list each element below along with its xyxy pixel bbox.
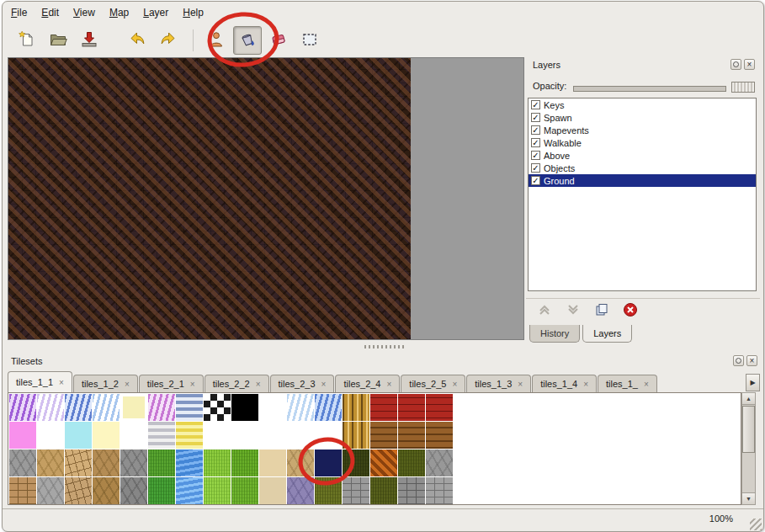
layer-visibility-checkbox[interactable]: ✓ (531, 163, 540, 173)
palette-tile-r3-c5[interactable] (148, 477, 175, 504)
raise-layer-button[interactable] (536, 303, 553, 320)
tileset-tab-tiles_2_3[interactable]: tiles_2_3× (270, 375, 335, 392)
palette-tile-r0-c15[interactable] (426, 394, 453, 421)
opacity-slider[interactable] (573, 86, 726, 92)
opacity-slider-handle[interactable] (731, 82, 755, 93)
panel-tab-layers[interactable]: Layers (582, 325, 632, 343)
palette-tile-r1-c6[interactable] (176, 422, 203, 449)
open-map-button[interactable] (44, 26, 72, 55)
layer-row-objects[interactable]: ✓Objects (529, 162, 756, 174)
tileset-tab-tiles_2_5[interactable]: tiles_2_5× (401, 375, 465, 392)
layer-visibility-checkbox[interactable]: ✓ (531, 176, 540, 185)
tilesets-panel-close-button[interactable]: × (746, 355, 757, 366)
menu-edit[interactable]: Edit (41, 2, 59, 24)
lower-layer-button[interactable] (565, 303, 582, 320)
palette-tile-r0-c0[interactable] (9, 394, 36, 421)
tab-close-icon[interactable]: × (125, 380, 130, 389)
palette-tile-r3-c0[interactable] (9, 477, 36, 504)
fill-tool-button[interactable] (233, 26, 262, 55)
layers-panel-float-button[interactable] (730, 59, 741, 70)
tab-close-icon[interactable]: × (518, 380, 523, 389)
layer-visibility-checkbox[interactable]: ✓ (531, 138, 540, 147)
map-canvas[interactable] (8, 58, 411, 339)
scroll-up-button[interactable]: ▲ (742, 393, 755, 405)
palette-tile-r3-c2[interactable] (65, 477, 92, 504)
tilesets-panel-float-button[interactable] (733, 355, 744, 366)
palette-tile-r0-c8[interactable] (231, 394, 258, 421)
scrollbar-thumb[interactable] (742, 406, 755, 453)
palette-tile-r1-c11[interactable] (315, 422, 342, 449)
palette-tile-r1-c14[interactable] (398, 422, 425, 449)
palette-tile-r3-c10[interactable] (287, 477, 314, 504)
palette-tile-r2-c15[interactable] (426, 450, 453, 476)
menu-file[interactable]: File (11, 2, 27, 24)
player-tool-button[interactable] (202, 26, 231, 55)
palette-tile-r3-c7[interactable] (204, 477, 231, 504)
palette-tile-r0-c7[interactable] (204, 394, 231, 421)
palette-tile-r1-c9[interactable] (259, 422, 286, 449)
palette-tile-r0-c13[interactable] (370, 394, 397, 421)
layers-panel-close-button[interactable]: × (744, 59, 755, 70)
palette-tile-r1-c12[interactable] (343, 422, 369, 449)
tab-close-icon[interactable]: × (321, 380, 327, 389)
palette-tile-r2-c7[interactable] (204, 450, 231, 476)
eraser-tool-button[interactable] (264, 26, 293, 55)
palette-tile-r0-c5[interactable] (148, 394, 175, 421)
delete-layer-button[interactable] (622, 303, 639, 320)
tab-close-icon[interactable]: × (583, 380, 588, 389)
palette-tile-r2-c6[interactable] (176, 450, 203, 476)
palette-tile-r1-c1[interactable] (37, 422, 64, 449)
redo-button[interactable] (154, 26, 183, 55)
palette-tile-r3-c1[interactable] (37, 477, 64, 504)
palette-tile-r2-c8[interactable] (231, 450, 258, 476)
palette-scrollbar[interactable]: ▲ ▼ (741, 392, 756, 505)
palette-tile-r2-c3[interactable] (93, 450, 120, 476)
save-map-button[interactable] (75, 26, 104, 55)
duplicate-layer-button[interactable] (593, 303, 610, 320)
tileset-tab-tiles_2_1[interactable]: tiles_2_1× (139, 375, 204, 392)
palette-tile-r3-c13[interactable] (370, 477, 397, 504)
tileset-tab-tiles_1_4[interactable]: tiles_1_4× (532, 375, 597, 392)
palette-tile-r2-c12[interactable] (343, 450, 369, 476)
palette-tile-r1-c7[interactable] (204, 422, 231, 449)
palette-tile-r3-c6[interactable] (176, 477, 203, 504)
palette-tile-r1-c0[interactable] (9, 422, 36, 449)
palette-tile-r3-c9[interactable] (259, 477, 286, 504)
undo-button[interactable] (123, 26, 151, 55)
palette-tile-r1-c15[interactable] (426, 422, 453, 449)
menu-help[interactable]: Help (183, 2, 204, 24)
palette-tile-r2-c13[interactable] (370, 450, 397, 476)
palette-tile-r0-c12[interactable] (343, 394, 369, 421)
palette-tile-r1-c10[interactable] (287, 422, 314, 449)
palette-tile-r2-c4[interactable] (120, 450, 147, 476)
palette-tile-r0-c14[interactable] (398, 394, 425, 421)
tab-close-icon[interactable]: × (190, 380, 195, 389)
tileset-tab-tiles_2_4[interactable]: tiles_2_4× (335, 375, 400, 392)
palette-tile-r0-c3[interactable] (93, 394, 120, 421)
palette-tile-r0-c2[interactable] (65, 394, 92, 421)
palette-tile-r2-c14[interactable] (398, 450, 425, 476)
tab-close-icon[interactable]: × (387, 380, 392, 389)
tileset-tab-tiles_1_2[interactable]: tiles_1_2× (73, 375, 138, 392)
tab-close-icon[interactable]: × (452, 380, 457, 389)
window-resize-grip[interactable] (750, 519, 762, 530)
tileset-tab-tiles_1_[interactable]: tiles_1_× (598, 375, 657, 392)
layer-row-keys[interactable]: ✓Keys (529, 98, 756, 111)
tileset-tabs-scroll-right-button[interactable]: ▶ (746, 374, 760, 391)
new-map-button[interactable] (13, 26, 41, 55)
palette-tile-r0-c11[interactable] (315, 394, 342, 421)
palette-tile-r2-c2[interactable] (65, 450, 92, 476)
palette-tile-r1-c8[interactable] (231, 422, 258, 449)
palette-tile-r0-c9[interactable] (259, 394, 286, 421)
select-tool-button[interactable] (295, 26, 324, 55)
palette-tile-r2-c11[interactable] (315, 450, 342, 476)
panel-tab-history[interactable]: History (529, 325, 580, 343)
palette-tile-r3-c4[interactable] (120, 477, 147, 504)
palette-tile-r3-c3[interactable] (93, 477, 120, 504)
tileset-tab-tiles_1_3[interactable]: tiles_1_3× (466, 375, 531, 392)
palette-tile-r3-c8[interactable] (231, 477, 258, 504)
palette-tile-r1-c4[interactable] (120, 422, 147, 449)
palette-tile-r1-c3[interactable] (93, 422, 120, 449)
layer-row-spawn[interactable]: ✓Spawn (529, 111, 756, 124)
tab-close-icon[interactable]: × (644, 380, 649, 389)
